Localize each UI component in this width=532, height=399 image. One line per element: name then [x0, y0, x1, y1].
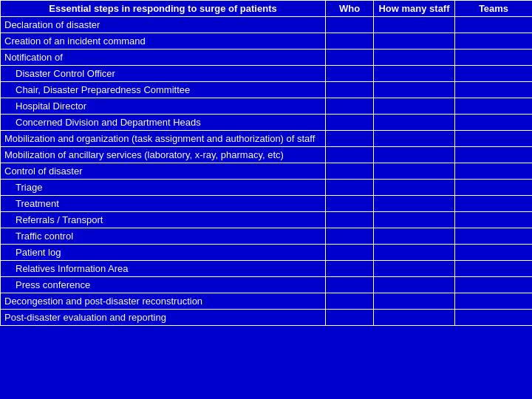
- step-cell: Declaration of disaster: [1, 17, 326, 33]
- step-cell: Decongestion and post-disaster reconstru…: [1, 293, 326, 310]
- who-cell: [326, 115, 374, 131]
- step-cell: Creation of an incident command: [1, 33, 326, 50]
- howmany-cell: [374, 196, 455, 212]
- table-row: Hospital Director: [1, 98, 533, 115]
- step-cell: Disaster Control Officer: [1, 66, 326, 82]
- howmany-cell: [374, 245, 455, 261]
- howmany-cell: [374, 131, 455, 147]
- howmany-cell: [374, 261, 455, 277]
- table-row: Control of disaster: [1, 163, 533, 180]
- who-cell: [326, 228, 374, 245]
- teams-cell: [455, 33, 533, 50]
- who-cell: [326, 50, 374, 66]
- step-cell: Relatives Information Area: [1, 261, 326, 277]
- howmany-cell: [374, 277, 455, 293]
- table-row: Relatives Information Area: [1, 261, 533, 277]
- table-row: Declaration of disaster: [1, 17, 533, 33]
- teams-cell: [455, 180, 533, 196]
- table-row: Treatment: [1, 196, 533, 212]
- step-cell: Chair, Disaster Preparedness Committee: [1, 82, 326, 98]
- howmany-cell: [374, 50, 455, 66]
- howmany-cell: [374, 163, 455, 180]
- teams-cell: [455, 163, 533, 180]
- teams-cell: [455, 277, 533, 293]
- step-cell: Mobilization of ancillary services (labo…: [1, 147, 326, 163]
- table-row: Disaster Control Officer: [1, 66, 533, 82]
- teams-cell: [455, 196, 533, 212]
- table-row: Press conference: [1, 277, 533, 293]
- who-cell: [326, 131, 374, 147]
- howmany-cell: [374, 98, 455, 115]
- teams-cell: [455, 147, 533, 163]
- howmany-cell: [374, 310, 455, 326]
- step-cell: Mobilization and organization (task assi…: [1, 131, 326, 147]
- teams-cell: [455, 98, 533, 115]
- step-cell: Traffic control: [1, 228, 326, 245]
- step-cell: Referrals / Transport: [1, 212, 326, 228]
- header-howmany: How many staff: [374, 1, 455, 17]
- teams-cell: [455, 115, 533, 131]
- table-row: Creation of an incident command: [1, 33, 533, 50]
- step-cell: Treatment: [1, 196, 326, 212]
- who-cell: [326, 17, 374, 33]
- header-steps: Essential steps in responding to surge o…: [1, 1, 326, 17]
- howmany-cell: [374, 212, 455, 228]
- who-cell: [326, 33, 374, 50]
- teams-cell: [455, 261, 533, 277]
- who-cell: [326, 66, 374, 82]
- table-row: Concerned Division and Department Heads: [1, 115, 533, 131]
- step-cell: Press conference: [1, 277, 326, 293]
- table-row: Traffic control: [1, 228, 533, 245]
- table-row: Notification of: [1, 50, 533, 66]
- howmany-cell: [374, 82, 455, 98]
- howmany-cell: [374, 228, 455, 245]
- who-cell: [326, 212, 374, 228]
- howmany-cell: [374, 33, 455, 50]
- table-row: Patient log: [1, 245, 533, 261]
- header-teams: Teams: [455, 1, 533, 17]
- step-cell: Concerned Division and Department Heads: [1, 115, 326, 131]
- howmany-cell: [374, 180, 455, 196]
- table-row: Mobilization and organization (task assi…: [1, 131, 533, 147]
- who-cell: [326, 310, 374, 326]
- table-row: Mobilization of ancillary services (labo…: [1, 147, 533, 163]
- howmany-cell: [374, 66, 455, 82]
- howmany-cell: [374, 147, 455, 163]
- teams-cell: [455, 310, 533, 326]
- who-cell: [326, 163, 374, 180]
- who-cell: [326, 98, 374, 115]
- table-row: Referrals / Transport: [1, 212, 533, 228]
- who-cell: [326, 277, 374, 293]
- howmany-cell: [374, 17, 455, 33]
- who-cell: [326, 82, 374, 98]
- who-cell: [326, 261, 374, 277]
- howmany-cell: [374, 115, 455, 131]
- table-row: Chair, Disaster Preparedness Committee: [1, 82, 533, 98]
- teams-cell: [455, 66, 533, 82]
- header-who: Who: [326, 1, 374, 17]
- teams-cell: [455, 82, 533, 98]
- who-cell: [326, 180, 374, 196]
- who-cell: [326, 147, 374, 163]
- teams-cell: [455, 245, 533, 261]
- step-cell: Post-disaster evaluation and reporting: [1, 310, 326, 326]
- step-cell: Triage: [1, 180, 326, 196]
- who-cell: [326, 196, 374, 212]
- step-cell: Patient log: [1, 245, 326, 261]
- teams-cell: [455, 131, 533, 147]
- table-row: Decongestion and post-disaster reconstru…: [1, 293, 533, 310]
- who-cell: [326, 245, 374, 261]
- teams-cell: [455, 50, 533, 66]
- howmany-cell: [374, 293, 455, 310]
- teams-cell: [455, 293, 533, 310]
- step-cell: Hospital Director: [1, 98, 326, 115]
- teams-cell: [455, 212, 533, 228]
- step-cell: Control of disaster: [1, 163, 326, 180]
- step-cell: Notification of: [1, 50, 326, 66]
- teams-cell: [455, 228, 533, 245]
- table-row: Triage: [1, 180, 533, 196]
- table-row: Post-disaster evaluation and reporting: [1, 310, 533, 326]
- teams-cell: [455, 17, 533, 33]
- who-cell: [326, 293, 374, 310]
